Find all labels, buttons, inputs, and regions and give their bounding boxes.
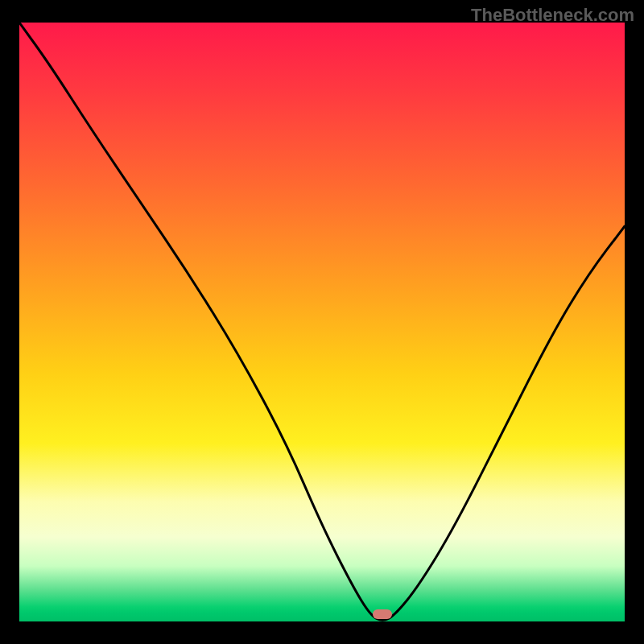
plot-area xyxy=(19,23,625,621)
chart-curve xyxy=(19,23,625,621)
watermark-text: TheBottleneck.com xyxy=(471,5,634,26)
minimum-marker xyxy=(373,609,392,619)
